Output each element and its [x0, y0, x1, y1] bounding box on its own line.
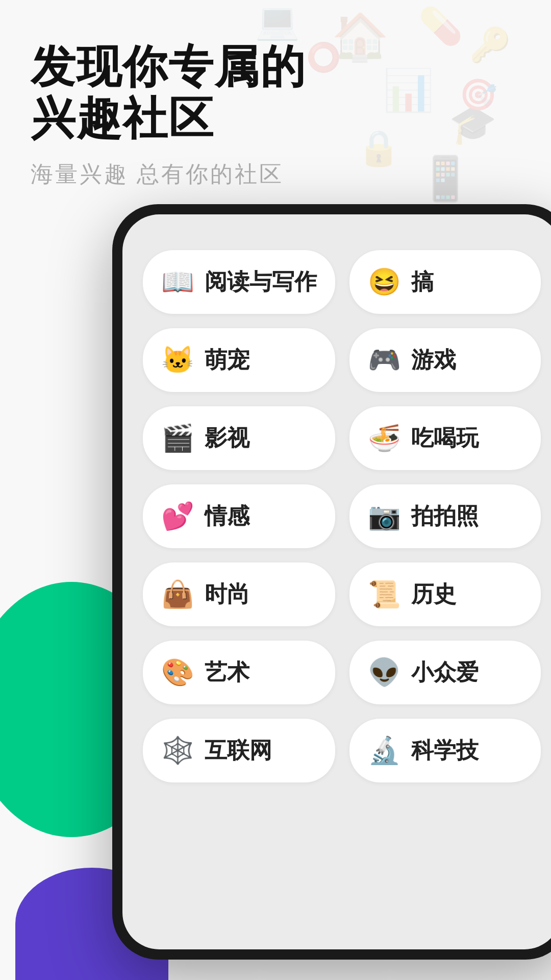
category-movies[interactable]: 🎬 影视 [143, 406, 335, 470]
history-emoji: 📜 [368, 579, 401, 610]
emotion-emoji: 💕 [161, 501, 194, 532]
science-label: 科学技 [411, 736, 479, 766]
category-history[interactable]: 📜 历史 [349, 562, 541, 626]
games-emoji: 🎮 [368, 345, 401, 376]
category-fashion[interactable]: 👜 时尚 [143, 562, 335, 626]
niche-emoji: 👽 [368, 657, 401, 688]
funny-emoji: 😆 [368, 266, 401, 298]
photo-label: 拍拍照 [411, 501, 479, 531]
art-emoji: 🎨 [161, 657, 194, 688]
category-photo[interactable]: 📷 拍拍照 [349, 484, 541, 548]
category-internet[interactable]: 🕸️ 互联网 [143, 719, 335, 782]
games-label: 游戏 [411, 345, 456, 375]
photo-emoji: 📷 [368, 501, 401, 532]
header-area: 发现你专属的 兴趣社区 海量兴趣 总有你的社区 [31, 41, 306, 189]
food-emoji: 🍜 [368, 423, 401, 454]
sub-title: 海量兴趣 总有你的社区 [31, 159, 306, 189]
category-food[interactable]: 🍜 吃喝玩 [349, 406, 541, 470]
category-emotion[interactable]: 💕 情感 [143, 484, 335, 548]
category-art[interactable]: 🎨 艺术 [143, 641, 335, 704]
pets-emoji: 🐱 [161, 345, 194, 376]
main-title: 发现你专属的 兴趣社区 [31, 41, 306, 144]
emotion-label: 情感 [205, 501, 249, 531]
category-pets[interactable]: 🐱 萌宠 [143, 328, 335, 392]
internet-label: 互联网 [205, 736, 272, 766]
funny-label: 搞 [411, 267, 434, 297]
history-label: 历史 [411, 579, 456, 609]
phone-frame: 📖 阅读与写作 😆 搞 🐱 萌宠 🎮 游戏 🎬 [112, 204, 551, 960]
reading-label: 阅读与写作 [205, 267, 317, 297]
pets-label: 萌宠 [205, 345, 249, 375]
phone-mockup: 📖 阅读与写作 😆 搞 🐱 萌宠 🎮 游戏 🎬 [112, 204, 551, 960]
category-games[interactable]: 🎮 游戏 [349, 328, 541, 392]
fashion-emoji: 👜 [161, 579, 194, 610]
category-reading[interactable]: 📖 阅读与写作 [143, 250, 335, 314]
internet-emoji: 🕸️ [161, 735, 194, 766]
food-label: 吃喝玩 [411, 423, 479, 453]
reading-emoji: 📖 [161, 266, 194, 298]
science-emoji: 🔬 [368, 735, 401, 766]
movies-label: 影视 [205, 423, 249, 453]
category-science[interactable]: 🔬 科学技 [349, 719, 541, 782]
niche-label: 小众爱 [411, 657, 479, 688]
category-funny[interactable]: 😆 搞 [349, 250, 541, 314]
movies-emoji: 🎬 [161, 423, 194, 454]
phone-screen: 📖 阅读与写作 😆 搞 🐱 萌宠 🎮 游戏 🎬 [122, 214, 551, 949]
categories-grid: 📖 阅读与写作 😆 搞 🐱 萌宠 🎮 游戏 🎬 [143, 240, 541, 782]
fashion-label: 时尚 [205, 579, 249, 609]
category-niche[interactable]: 👽 小众爱 [349, 641, 541, 704]
art-label: 艺术 [205, 657, 249, 688]
